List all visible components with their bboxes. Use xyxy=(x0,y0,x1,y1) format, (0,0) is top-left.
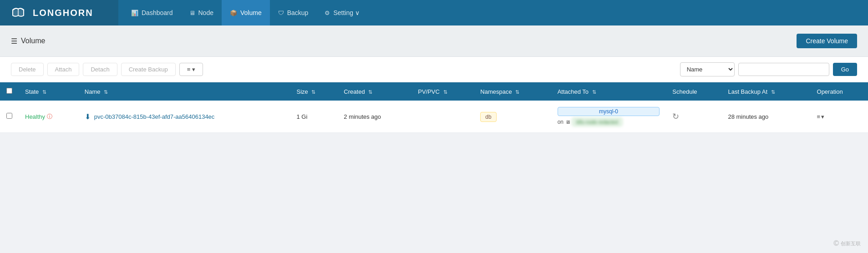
row-checkbox-cell xyxy=(0,101,19,133)
toolbar-left: Delete Attach Detach Create Backup ≡ ▾ xyxy=(11,63,203,76)
table-container: State ⇅ Name ⇅ Size ⇅ Created ⇅ PV/PVC xyxy=(0,82,868,133)
size-sort-icon[interactable]: ⇅ xyxy=(311,89,315,95)
row-checkbox[interactable] xyxy=(6,113,12,119)
operation-menu-icon: ≡ xyxy=(817,113,821,120)
dashboard-icon: 📊 xyxy=(131,10,138,16)
row-state-cell: Healthy ⓘ xyxy=(19,101,78,133)
pvpvc-sort-icon[interactable]: ⇅ xyxy=(443,89,447,95)
top-nav: LONGHORN 📊 Dashboard 🖥 Node 📦 Volume 🛡 B… xyxy=(0,0,868,25)
nav-label-node: Node xyxy=(198,9,213,16)
col-header-pvpvc: PV/PVC ⇅ xyxy=(411,82,474,101)
detach-button[interactable]: Detach xyxy=(83,63,117,76)
on-label: on xyxy=(558,119,563,125)
col-header-attached-to: Attached To ⇅ xyxy=(551,82,666,101)
row-size-cell: 1 Gi xyxy=(290,101,338,133)
go-button[interactable]: Go xyxy=(833,63,857,76)
namespace-sort-icon[interactable]: ⇅ xyxy=(515,89,519,95)
volume-icon: 📦 xyxy=(230,10,237,16)
nav-label-dashboard: Dashboard xyxy=(142,9,173,16)
attached-pod-badge[interactable]: mysql-0 xyxy=(558,107,660,116)
state-healthy: Healthy ⓘ xyxy=(25,113,72,121)
row-schedule-cell: ↻ xyxy=(666,101,721,133)
attached-to-container: mysql-0 on 🖥 k8s-node-redacted xyxy=(558,107,660,126)
col-header-size: Size ⇅ xyxy=(290,82,338,101)
created-sort-icon[interactable]: ⇅ xyxy=(368,89,372,95)
create-volume-button[interactable]: Create Volume xyxy=(797,34,857,48)
state-info-icon[interactable]: ⓘ xyxy=(47,113,52,121)
nav-item-node[interactable]: 🖥 Node xyxy=(181,0,222,25)
operation-menu-button[interactable]: ≡ ▾ xyxy=(817,113,862,120)
nav-item-backup[interactable]: 🛡 Backup xyxy=(270,0,317,25)
backup-sort-icon[interactable]: ⇅ xyxy=(771,89,775,95)
state-sort-icon[interactable]: ⇅ xyxy=(42,89,46,95)
row-attached-to-cell: mysql-0 on 🖥 k8s-node-redacted xyxy=(551,101,666,133)
row-pvpvc-cell xyxy=(411,101,474,133)
schedule-icon[interactable]: ↻ xyxy=(672,112,679,121)
name-sort-icon[interactable]: ⇅ xyxy=(104,89,108,95)
search-select[interactable]: Name xyxy=(680,62,735,76)
page-title-text: Volume xyxy=(21,37,45,45)
select-all-header xyxy=(0,82,19,101)
page-title-icon: ☰ xyxy=(11,37,17,46)
row-last-backup-cell: 28 minutes ago xyxy=(721,101,810,133)
filter-button[interactable]: ≡ ▾ xyxy=(179,63,203,76)
nav-item-dashboard[interactable]: 📊 Dashboard xyxy=(123,0,181,25)
delete-button[interactable]: Delete xyxy=(11,63,44,76)
table-body: Healthy ⓘ ⬇ pvc-0b37084c-815b-43ef-afd7-… xyxy=(0,101,868,133)
col-header-schedule: Schedule xyxy=(666,82,721,101)
page-title: ☰ Volume xyxy=(11,37,45,46)
col-header-created: Created ⇅ xyxy=(337,82,411,101)
row-operation-cell: ≡ ▾ xyxy=(811,101,868,133)
header-row: State ⇅ Name ⇅ Size ⇅ Created ⇅ PV/PVC xyxy=(0,82,868,101)
node-badge[interactable]: k8s-node-redacted xyxy=(572,118,622,126)
node-icon-small: 🖥 xyxy=(565,119,570,125)
row-created-cell: 2 minutes ago xyxy=(337,101,411,133)
node-icon: 🖥 xyxy=(189,10,195,16)
attached-node-row: on 🖥 k8s-node-redacted xyxy=(558,118,660,126)
toolbar-right: Name Go xyxy=(680,62,857,76)
col-header-name: Name ⇅ xyxy=(78,82,290,101)
filter-dropdown-icon: ▾ xyxy=(192,66,195,73)
col-header-operation: Operation xyxy=(811,82,868,101)
col-header-last-backup: Last Backup At ⇅ xyxy=(721,82,810,101)
longhorn-logo-icon xyxy=(9,4,27,22)
col-header-state: State ⇅ xyxy=(19,82,78,101)
filter-icon: ≡ xyxy=(187,66,191,73)
attached-sort-icon[interactable]: ⇅ xyxy=(592,89,596,95)
col-header-namespace: Namespace ⇅ xyxy=(474,82,551,101)
nav-label-setting: Setting ∨ xyxy=(333,9,359,16)
select-all-checkbox[interactable] xyxy=(6,88,12,94)
backup-icon: 🛡 xyxy=(278,10,284,16)
create-backup-button[interactable]: Create Backup xyxy=(121,63,176,76)
nav-label-backup: Backup xyxy=(287,9,309,16)
row-namespace-cell: db xyxy=(474,101,551,133)
table-header: State ⇅ Name ⇅ Size ⇅ Created ⇅ PV/PVC xyxy=(0,82,868,101)
logo-area: LONGHORN xyxy=(0,0,118,25)
nav-item-setting[interactable]: ⚙ Setting ∨ xyxy=(316,0,367,25)
volumes-table: State ⇅ Name ⇅ Size ⇅ Created ⇅ PV/PVC xyxy=(0,82,868,133)
table-row: Healthy ⓘ ⬇ pvc-0b37084c-815b-43ef-afd7-… xyxy=(0,101,868,133)
volume-name-container: ⬇ pvc-0b37084c-815b-43ef-afd7-aa56406134… xyxy=(85,112,284,121)
attach-button[interactable]: Attach xyxy=(47,63,80,76)
volume-download-icon[interactable]: ⬇ xyxy=(85,112,91,121)
nav-item-volume[interactable]: 📦 Volume xyxy=(222,0,270,25)
volume-name-link[interactable]: pvc-0b37084c-815b-43ef-afd7-aa56406134ec xyxy=(94,113,215,120)
namespace-badge: db xyxy=(480,112,496,122)
setting-icon: ⚙ xyxy=(325,10,330,16)
nav-items: 📊 Dashboard 🖥 Node 📦 Volume 🛡 Backup ⚙ S… xyxy=(118,0,372,25)
toolbar: Delete Attach Detach Create Backup ≡ ▾ N… xyxy=(0,57,868,82)
page-header: ☰ Volume Create Volume xyxy=(0,25,868,57)
logo-text: LONGHORN xyxy=(33,8,93,18)
operation-dropdown-icon: ▾ xyxy=(821,113,824,120)
nav-label-volume: Volume xyxy=(240,9,262,16)
search-input[interactable] xyxy=(738,63,829,76)
row-name-cell: ⬇ pvc-0b37084c-815b-43ef-afd7-aa56406134… xyxy=(78,101,290,133)
